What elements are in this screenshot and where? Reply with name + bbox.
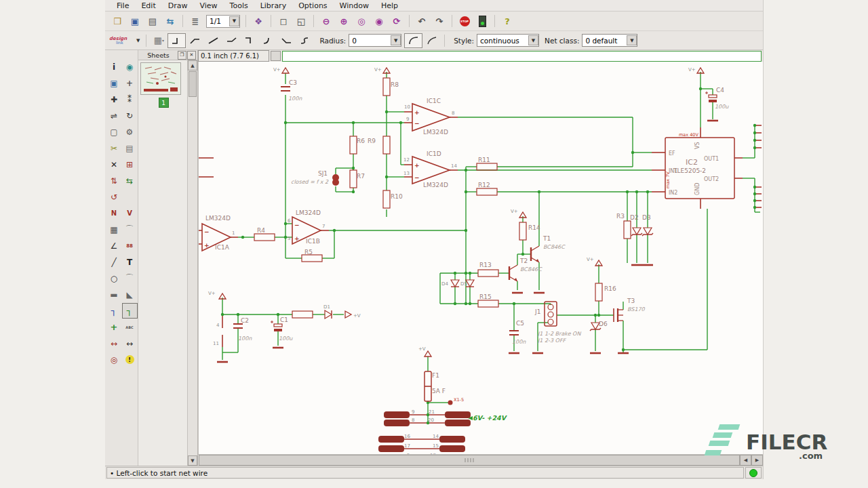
info-tool[interactable]: i <box>106 59 122 75</box>
sheet-number-badge[interactable]: 1 <box>159 98 169 108</box>
zoom-redraw-button[interactable]: ⟳ <box>388 14 406 29</box>
netclass-dropdown-icon[interactable]: ▼ <box>627 35 637 45</box>
help-button[interactable]: ? <box>498 14 516 29</box>
bend-diag-horiz-button[interactable] <box>186 33 204 48</box>
miter-tool[interactable]: ⌒ <box>122 222 138 237</box>
paste-tool[interactable]: ▤ <box>122 140 138 156</box>
mark-tool[interactable]: + <box>122 75 138 91</box>
stop-button[interactable]: STOP <box>456 14 473 29</box>
print-button[interactable]: ▤ <box>144 14 161 29</box>
fit-drawing-button[interactable]: ◻ <box>275 14 292 29</box>
zoom-out-button[interactable]: ⊖ <box>317 14 335 29</box>
menu-draw[interactable]: Draw <box>162 1 194 10</box>
change-tool[interactable]: ⚙ <box>122 124 138 140</box>
arc-tool[interactable]: ⌒ <box>122 270 138 286</box>
label-tool[interactable]: ABC <box>122 319 138 335</box>
rect-tool[interactable]: ▬ <box>106 287 122 302</box>
zoom-in-button[interactable]: ⊕ <box>335 14 353 29</box>
move-tool[interactable]: ✚ <box>106 92 122 107</box>
zoom-fit-button[interactable]: ◎ <box>353 14 370 29</box>
menu-library[interactable]: Library <box>254 1 292 10</box>
smash-tool[interactable]: ▦ <box>106 222 122 237</box>
delete-tool[interactable]: ✕ <box>106 157 122 172</box>
grid-button[interactable]: ▦▾ <box>150 33 167 48</box>
name-tool[interactable]: N <box>106 205 122 221</box>
rotate-tool[interactable]: ↻ <box>122 108 138 123</box>
wire-tool[interactable]: ╱ <box>106 254 122 270</box>
open-button[interactable]: ❒ <box>108 14 126 29</box>
junction-tool[interactable]: + <box>106 319 122 335</box>
scroll-thumb[interactable] <box>189 71 197 97</box>
sheets-close-button[interactable]: ✕ <box>187 51 196 60</box>
mirror-tool[interactable]: ⇌ <box>106 108 122 123</box>
undo-button[interactable]: ↶ <box>413 14 431 29</box>
cut-tool[interactable]: ✂ <box>106 140 122 156</box>
bend-s-curve-button[interactable] <box>296 33 314 48</box>
go-button[interactable] <box>473 14 491 29</box>
errors-tool[interactable]: ◎ <box>106 352 122 367</box>
group-tool[interactable]: ▢ <box>106 124 122 140</box>
scale-select[interactable]: 1/1▼ <box>206 15 240 28</box>
menu-view[interactable]: View <box>193 1 223 10</box>
menu-options[interactable]: Options <box>292 1 333 10</box>
bend-90-down-button[interactable] <box>167 33 186 48</box>
radius-dropdown-icon[interactable]: ▼ <box>391 35 401 45</box>
replace-tool[interactable]: ↺ <box>106 189 122 205</box>
menu-edit[interactable]: Edit <box>135 1 161 10</box>
sheets-float-button[interactable]: ❐ <box>178 51 186 60</box>
sheet-thumbnail[interactable] <box>140 62 181 95</box>
coordinate-mode-button[interactable] <box>271 51 281 61</box>
sheets-scrollbar[interactable]: ▲ ▼ <box>187 60 197 466</box>
text-tool[interactable]: T <box>122 254 138 270</box>
bend-diag-down-button[interactable] <box>277 33 296 48</box>
circle-tool[interactable]: ○ <box>106 270 122 286</box>
zoom-select-button[interactable]: ◉ <box>370 14 388 29</box>
scale-dropdown-icon[interactable]: ▼ <box>229 16 239 26</box>
drop-button[interactable]: ≣ <box>186 14 204 29</box>
export-button[interactable]: ⇆ <box>161 14 179 29</box>
dimension-tool[interactable]: ↔ <box>122 336 138 351</box>
display-tool[interactable]: ▣ <box>106 75 122 91</box>
design-link-logo[interactable]: design link <box>109 37 132 45</box>
value-tool[interactable]: V <box>122 205 138 221</box>
schematic-canvas[interactable]: V+V+V+V+V+V++V+VC3100nR8R6R9R7R10SJ1clos… <box>198 62 763 454</box>
copy-tool[interactable]: ⁑ <box>122 92 138 107</box>
menu-file[interactable]: File <box>111 1 135 10</box>
dimension-red-tool[interactable]: ↔ <box>106 336 122 351</box>
miter-round-button[interactable] <box>404 33 422 48</box>
pinswap-tool[interactable]: ⇅ <box>106 173 122 188</box>
show-tool[interactable]: ◉ <box>122 59 138 75</box>
bend-arc-button[interactable] <box>259 33 277 48</box>
menu-tools[interactable]: Tools <box>224 1 254 10</box>
use-library-button[interactable]: ❖ <box>250 14 267 29</box>
split-tool[interactable]: ∠ <box>106 238 122 253</box>
polygon-tool[interactable]: ◣ <box>122 287 138 302</box>
scroll-up-icon[interactable]: ▲ <box>188 60 197 70</box>
redo-button[interactable]: ↷ <box>431 14 448 29</box>
netclass-combobox[interactable]: 0 default ▼ <box>582 34 637 47</box>
style-dropdown-icon[interactable]: ▼ <box>528 35 538 45</box>
hscroll-thumb[interactable] <box>199 455 740 466</box>
menu-help[interactable]: Help <box>375 1 404 10</box>
bend-90-up-button[interactable] <box>241 33 259 48</box>
net-tool[interactable]: ┐ <box>122 303 138 319</box>
add-tool[interactable]: ⊞ <box>122 157 138 172</box>
command-line-input[interactable] <box>282 51 762 62</box>
scroll-down-icon[interactable]: ▼ <box>188 455 197 466</box>
fit-sheet-button[interactable]: ◱ <box>292 14 310 29</box>
update-tool[interactable] <box>122 189 138 205</box>
schematic-drawing[interactable]: V+V+V+V+V+V++V+VC3100nR8R6R9R7R10SJ1clos… <box>199 62 762 454</box>
save-button[interactable]: ▣ <box>126 14 144 29</box>
erc-tool[interactable]: ! <box>122 352 138 367</box>
miter-straight-button[interactable] <box>422 33 441 48</box>
radius-combobox[interactable]: 0 ▼ <box>349 34 401 47</box>
bus-tool[interactable]: ┐ <box>106 303 122 319</box>
canvas-hscrollbar[interactable]: ◀ ▶ <box>198 454 763 466</box>
bend-diagonal-button[interactable] <box>204 33 222 48</box>
menu-window[interactable]: Window <box>334 1 375 10</box>
invoke-tool[interactable]: 88 <box>122 238 138 253</box>
style-combobox[interactable]: continuous ▼ <box>477 34 539 47</box>
gateswap-tool[interactable]: ⇆ <box>122 173 138 188</box>
design-link-dropdown-icon[interactable]: ▼ <box>136 38 140 43</box>
bend-horiz-diag-button[interactable] <box>222 33 241 48</box>
